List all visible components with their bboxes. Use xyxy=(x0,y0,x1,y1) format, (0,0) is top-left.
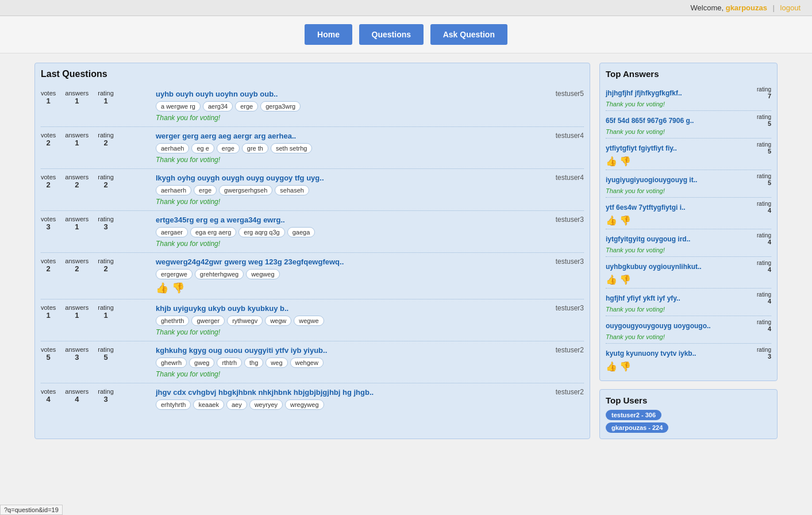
votes-stat: votes 1 xyxy=(41,304,56,320)
answer-title[interactable]: hgfjhf yfiyf ykft iyf yfy.. xyxy=(606,294,752,302)
rating-label: rating xyxy=(98,216,114,222)
answer-rating: rating 5 xyxy=(757,114,771,127)
vote-text: Thank you for voting! xyxy=(156,198,550,206)
answer-row: iyugiyugiyuogiouygouyg it.. rating 5 xyxy=(606,173,771,186)
users-list: testuser2 - 306gkarpouzas - 224 xyxy=(606,410,771,433)
answer-upvote-button[interactable]: 👍 xyxy=(606,361,617,372)
table-row: votes 2 answers 1 rating 2 werger gerg a… xyxy=(41,127,584,169)
rating-stat: rating 2 xyxy=(98,174,114,189)
answers-stat: answers 2 xyxy=(65,174,88,189)
tag: wehgew xyxy=(290,358,324,368)
tag: keaaek xyxy=(193,399,224,410)
tag: wegw xyxy=(265,316,291,326)
answers-stat: answers 2 xyxy=(65,258,88,273)
votes-value: 2 xyxy=(41,264,56,273)
answers-value: 3 xyxy=(65,353,88,362)
rating-label: rating xyxy=(98,258,114,264)
user-badge[interactable]: testuser2 - 306 xyxy=(606,410,661,420)
question-content: werger gerg aerg aeg aergr arg aerhea.. … xyxy=(156,132,550,164)
answer-downvote-button[interactable]: 👎 xyxy=(619,215,631,226)
answers-stat: answers 1 xyxy=(65,304,88,320)
votes-value: 2 xyxy=(41,180,56,189)
rating-label: rating xyxy=(757,232,771,239)
answer-title[interactable]: uyhbgkubuy oygiouynlihkut.. xyxy=(606,263,752,271)
rating-value: 4 xyxy=(757,266,771,273)
question-meta: votes 3 answers 1 rating 3 ertge345rg er… xyxy=(41,216,584,248)
welcome-text: Welcome, xyxy=(691,3,724,12)
question-title[interactable]: khjb uyiguykg ukyb ouyb kyubkuy b.. xyxy=(156,304,288,313)
answer-title[interactable]: iytgfyitgyitg ouygoug ird.. xyxy=(606,235,752,243)
answer-item: hgfjhf yfiyf ykft iyf yfy.. rating 4 Tha… xyxy=(606,289,771,316)
question-title[interactable]: lkygh oyhg ouygh ouygh ouyg ouygoy tfg u… xyxy=(156,174,324,182)
answer-title[interactable]: ytfiytgfiyt fgiytfiyt fiy.. xyxy=(606,144,752,152)
table-row: votes 3 answers 1 rating 3 ertge345rg er… xyxy=(41,211,584,253)
rating-value: 3 xyxy=(98,395,114,403)
answer-rating: rating 4 xyxy=(757,232,771,245)
user-badges-row: testuser2 - 306 xyxy=(606,410,771,420)
rating-stat: rating 3 xyxy=(98,388,114,403)
upvote-button[interactable]: 👍 xyxy=(156,282,168,294)
votes-label: votes xyxy=(41,388,56,395)
tag: gaega xyxy=(287,227,315,237)
tag: weyryey xyxy=(249,399,283,410)
questions-list: votes 1 answers 1 rating 1 uyhb ouyh ouy… xyxy=(41,85,584,414)
tag: wegweg xyxy=(246,269,279,279)
username-link[interactable]: gkarpouzas xyxy=(726,3,767,12)
tag: erge xyxy=(194,185,217,195)
answer-title[interactable]: ytf 6es4w 7ytftygfiytgi i.. xyxy=(606,203,752,212)
question-title[interactable]: kghkuhg kgyg oug ouou ouygyiti ytfv iyb … xyxy=(156,346,327,355)
votes-label: votes xyxy=(41,216,56,222)
answers-value: 2 xyxy=(65,180,88,189)
question-content: jhgv cdx cvhgbvj hbgkjhbnk nhkjhbnk hbjg… xyxy=(156,388,550,410)
rating-label: rating xyxy=(757,201,771,207)
answer-title[interactable]: ouygougyouygouyg uoygougo.. xyxy=(606,322,752,330)
question-author: testuser3 xyxy=(556,258,584,266)
answers-label: answers xyxy=(65,216,88,222)
votes-stat: votes 2 xyxy=(41,174,56,189)
votes-stat: votes 2 xyxy=(41,258,56,273)
rating-label: rating xyxy=(757,319,771,325)
question-title[interactable]: ertge345rg erg eg a werga34g ewrg.. xyxy=(156,216,285,224)
question-title[interactable]: uyhb ouyh ouyh uoyhn ouyb oub.. xyxy=(156,90,278,98)
answer-downvote-button[interactable]: 👎 xyxy=(619,156,631,167)
user-badge[interactable]: gkarpouzas - 224 xyxy=(606,422,668,433)
question-title[interactable]: werger gerg aerg aeg aergr arg aerhea.. xyxy=(156,132,296,140)
answer-upvote-button[interactable]: 👍 xyxy=(606,274,617,285)
rating-value: 1 xyxy=(98,97,114,105)
answer-upvote-button[interactable]: 👍 xyxy=(606,156,617,167)
answer-downvote-button[interactable]: 👎 xyxy=(619,361,631,372)
answer-title[interactable]: kyutg kyunuony tvytv iykb.. xyxy=(606,349,752,358)
question-content: wegwerg24g42gwr gwerg weg 123g 23egfqewg… xyxy=(156,258,550,294)
vote-text: Thank you for voting! xyxy=(156,240,550,248)
answer-vote-text: Thank you for voting! xyxy=(606,306,771,313)
answer-title[interactable]: iyugiyugiyuogiouygouyg it.. xyxy=(606,176,752,184)
question-title[interactable]: wegwerg24g42gwr gwerg weg 123g 23egfqewg… xyxy=(156,258,344,266)
rating-value: 5 xyxy=(98,353,114,362)
vote-buttons: 👍 👎 xyxy=(156,282,550,294)
table-row: votes 5 answers 3 rating 5 kghkuhg kgyg … xyxy=(41,341,584,383)
question-title[interactable]: jhgv cdx cvhgbvj hbgkjhbnk nhkjhbnk hbjg… xyxy=(156,388,374,397)
answer-item: ytf 6es4w 7ytftygfiytgi i.. rating 4 👍 👎 xyxy=(606,198,771,229)
answer-upvote-button[interactable]: 👍 xyxy=(606,215,617,226)
rating-value: 2 xyxy=(98,180,114,189)
question-tags: ghewrhgwegrthtrhthgwegwehgew xyxy=(156,358,550,368)
answer-title[interactable]: 65f 54d 865f 967g6 7906 g.. xyxy=(606,117,752,125)
question-author: testuser4 xyxy=(556,132,584,140)
answer-vote-text: Thank you for voting! xyxy=(606,187,771,194)
answer-vote-text: Thank you for voting! xyxy=(606,247,771,253)
top-answers-title: Top Answers xyxy=(606,69,771,79)
tag: erge xyxy=(235,101,258,112)
question-author: testuser2 xyxy=(556,346,584,354)
logout-link[interactable]: logout xyxy=(780,3,801,12)
votes-label: votes xyxy=(41,132,56,139)
answer-downvote-button[interactable]: 👎 xyxy=(619,274,631,285)
downvote-button[interactable]: 👎 xyxy=(172,282,184,294)
answer-rating: rating 5 xyxy=(757,173,771,186)
table-row: votes 1 answers 1 rating 1 uyhb ouyh ouy… xyxy=(41,85,584,127)
answer-title[interactable]: jhjhgfjhf jfjhfkygfkgfkf.. xyxy=(606,89,752,97)
right-panel: Top Answers jhjhgfjhf jfjhfkygfkgfkf.. r… xyxy=(599,63,778,439)
home-button[interactable]: Home xyxy=(305,24,352,45)
questions-button[interactable]: Questions xyxy=(359,24,424,45)
ask-question-button[interactable]: Ask Question xyxy=(430,24,507,45)
question-stats: votes 4 answers 4 rating 3 xyxy=(41,388,150,403)
